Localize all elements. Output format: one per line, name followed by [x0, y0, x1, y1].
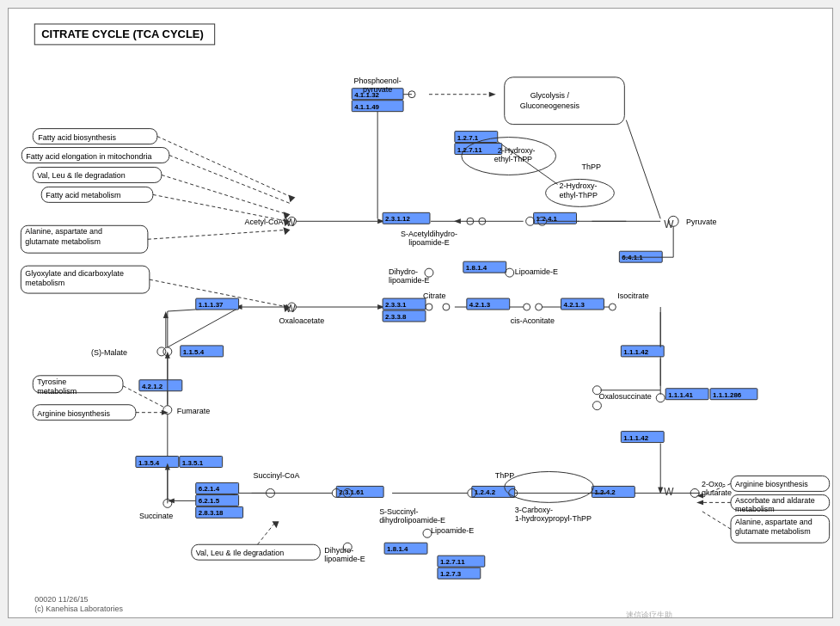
label-arg-bio-left[interactable]: Arginine biosynthesis: [37, 409, 110, 418]
arrow-marker-top: W: [285, 217, 296, 229]
watermark: 速信诊疗生助: [626, 611, 672, 617]
arrow-marker-right: W: [664, 218, 674, 230]
label-oxaloacetate: Oxaloacetate: [279, 316, 324, 325]
enzyme-4.2.1.2[interactable]: 4.2.1.2: [141, 383, 162, 390]
enzyme-2.3.3.8[interactable]: 2.3.3.8: [385, 313, 407, 321]
enzyme-6.2.1.4[interactable]: 6.2.1.4: [198, 485, 219, 493]
svg-point-126: [656, 394, 665, 402]
enzyme-1.8.1.4-top[interactable]: 1.8.1.4: [465, 264, 487, 272]
label-lipoamide-bottom: Lipoamide-E: [430, 526, 473, 535]
label-thpp-top: ThPP: [581, 163, 600, 171]
enzyme-2.8.3.18[interactable]: 2.8.3.18: [198, 509, 223, 517]
label-smalate: (S)-Malate: [91, 348, 127, 357]
svg-point-29: [523, 304, 530, 310]
svg-point-75: [156, 347, 165, 356]
enzyme-1.2.7.3[interactable]: 1.2.7.3: [439, 570, 461, 578]
label-glycolysis2[interactable]: Gluconeogenesis: [519, 101, 579, 110]
label-succinate: Succinate: [138, 512, 172, 520]
label-oxalosuccinate: Oxalosuccinate: [598, 392, 651, 401]
label-2oxo2: glutarate: [702, 488, 732, 497]
label-2oxo1: 2-Oxo-: [702, 480, 725, 488]
label-ssuccinyl1: S-Succinyl-: [379, 507, 418, 516]
label-glyox2[interactable]: metabolism: [25, 279, 64, 287]
label-cisaconitate: cis-Aconitate: [510, 316, 554, 325]
label-arg-bio-right[interactable]: Arginine biosynthesis: [734, 480, 807, 488]
svg-line-80: [156, 137, 291, 198]
enzyme-2.3.1.12[interactable]: 2.3.1.12: [385, 215, 410, 223]
svg-point-32: [609, 304, 616, 310]
main-container: CITRATE CYCLE (TCA CYCLE): [8, 8, 833, 618]
label-phosphoenolpyruvate: Phosphoenol-: [353, 77, 401, 85]
label-ala-asp-glu-right1[interactable]: Alanine, aspartate and: [734, 518, 812, 526]
label-glyox1[interactable]: Glyoxylate and dicarboxylate: [25, 269, 124, 278]
enzyme-1.2.4.2-right[interactable]: 1.2.4.2: [594, 488, 616, 496]
enzyme-1.1.1.286[interactable]: 1.1.1.286: [713, 391, 742, 399]
label-glycolysis1[interactable]: Glycolysis /: [530, 91, 569, 100]
enzyme-6.2.1.5[interactable]: 6.2.1.5: [198, 497, 219, 505]
enzyme-2.3.3.1[interactable]: 2.3.3.1: [385, 301, 407, 309]
svg-line-91: [147, 230, 287, 239]
enzyme-1.1.1.42-top[interactable]: 1.1.1.42: [623, 348, 648, 356]
enzyme-1.1.1.41[interactable]: 1.1.1.41: [668, 391, 693, 399]
label-tyrosine2[interactable]: metabolism: [37, 387, 77, 396]
enzyme-1.2.7.11-bottom[interactable]: 1.2.7.11: [439, 558, 464, 566]
diagram-area: CITRATE CYCLE (TCA CYCLE): [9, 9, 832, 617]
label-dihydro-top2: lipoamide-E: [389, 276, 429, 285]
svg-line-8: [626, 120, 660, 219]
label-ala-asp-glu-top2[interactable]: glutamate metabolism: [25, 237, 101, 246]
label-tyrosine1[interactable]: Tyrosine: [37, 377, 66, 386]
diagram-title: CITRATE CYCLE (TCA CYCLE): [41, 28, 204, 40]
svg-point-76: [592, 402, 601, 410]
label-2hydroxy-ethyl-thpp1: 2-Hydroxy-: [497, 146, 535, 155]
enzyme-1.2.7.11-top[interactable]: 1.2.7.11: [457, 146, 481, 154]
enzyme-1.2.4.2-left[interactable]: 1.2.4.2: [474, 488, 495, 496]
footer-version: 00020 11/26/15: [34, 595, 88, 604]
enzyme-1.2.4.1[interactable]: 1.2.4.1: [536, 215, 557, 223]
label-val-leu-ile-bottom[interactable]: Val, Leu & Ile degradation: [195, 549, 284, 557]
enzyme-1.3.5.4[interactable]: 1.3.5.4: [138, 459, 159, 467]
svg-point-78: [504, 471, 593, 502]
label-ala-asp-glu-top1[interactable]: Alanine, aspartate and: [25, 227, 102, 236]
label-ascorbate1[interactable]: Ascorbate and aldarate: [734, 496, 814, 505]
label-fa-biosynthesis[interactable]: Fatty acid biosynthesis: [38, 133, 116, 142]
svg-point-122: [505, 268, 513, 277]
label-fa-metabolism[interactable]: Fatty acid metabolism: [46, 191, 120, 199]
label-sacetyl1: S-Acetyldihydro-: [401, 230, 457, 238]
svg-point-27: [442, 304, 449, 310]
svg-line-23: [167, 307, 240, 347]
label-dihydro-top1: Dihydro-: [389, 267, 418, 276]
enzyme-1.1.1.37[interactable]: 1.1.1.37: [198, 301, 223, 309]
label-dihydro-bottom1: Dihydro-: [324, 546, 353, 555]
label-2hydroxy-ethyl-thpp2: ethyl-ThPP: [494, 155, 531, 163]
label-val-leu-ile[interactable]: Val, Leu & Ile degradation: [37, 171, 126, 180]
label-fa-elongation[interactable]: Fatty acid elongation in mitochondria: [26, 152, 151, 161]
label-2hydroxy1: 2-Hydroxy-: [559, 181, 597, 190]
label-lipoamide-top: Lipoamide-E: [514, 267, 557, 276]
label-fumarate: Fumarate: [176, 407, 209, 415]
svg-marker-2: [488, 92, 495, 97]
footer-copyright: (c) Kanehisa Laboratories: [34, 605, 123, 613]
label-3carboxy1: 3-Carboxy-: [514, 506, 552, 514]
label-pyruvate: Pyruvate: [686, 218, 716, 226]
enzyme-1.1.5.4[interactable]: 1.1.5.4: [182, 348, 204, 356]
label-ala-asp-glu-right2[interactable]: glutamate metabolism: [734, 527, 810, 536]
label-dihydro-bottom2: lipoamide-E: [324, 555, 365, 563]
svg-marker-106: [696, 493, 703, 498]
svg-marker-109: [696, 500, 703, 505]
enzyme-1.3.5.1[interactable]: 1.3.5.1: [181, 459, 203, 467]
svg-point-30: [535, 304, 542, 310]
enzyme-1.8.1.4-bottom[interactable]: 1.8.1.4: [387, 545, 408, 553]
label-isocitrate: Isocitrate: [617, 292, 648, 300]
svg-point-128: [592, 386, 601, 395]
label-citrate: Citrate: [422, 292, 445, 300]
arrow-marker-bottom: W: [664, 486, 674, 498]
enzyme-1.1.1.42-bottom[interactable]: 1.1.1.42: [623, 434, 648, 442]
label-ascorbate2[interactable]: metabolism: [734, 505, 774, 513]
svg-line-111: [702, 511, 731, 529]
enzyme-4.2.1.3-right[interactable]: 4.2.1.3: [563, 301, 585, 309]
svg-marker-81: [288, 194, 295, 202]
enzyme-1.2.7.1[interactable]: 1.2.7.1: [457, 134, 478, 142]
enzyme-4.1.1.49[interactable]: 4.1.1.49: [354, 103, 379, 111]
enzyme-4.2.1.3-left[interactable]: 4.2.1.3: [469, 301, 490, 309]
svg-line-102: [257, 523, 274, 544]
